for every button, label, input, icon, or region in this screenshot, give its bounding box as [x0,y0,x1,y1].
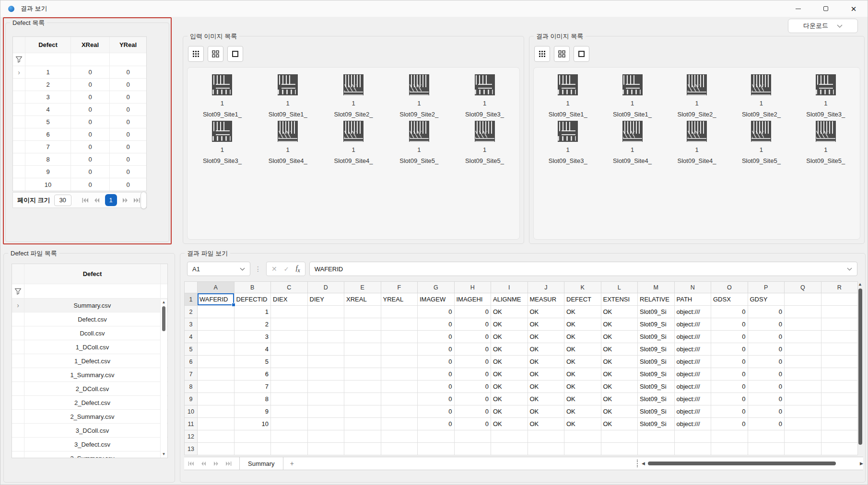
spreadsheet-cell[interactable]: object:/// [675,418,712,430]
spreadsheet-cell[interactable]: 0 [711,418,748,430]
spreadsheet-cell[interactable] [344,368,381,381]
spreadsheet-cell[interactable] [308,393,345,405]
spreadsheet-cell[interactable]: OK [601,393,638,405]
spreadsheet-cell[interactable]: OK [528,405,565,418]
spreadsheet-cell[interactable]: 0 [418,318,455,331]
spreadsheet-cell[interactable] [308,306,345,318]
wafer-thumbnail[interactable] [558,121,578,142]
sheet-horizontal-scrollbar[interactable]: ◀ ▶ [642,461,863,466]
view-small-grid-button[interactable] [188,46,204,62]
spreadsheet-cell[interactable] [748,443,785,455]
spreadsheet-cell[interactable] [821,356,858,368]
spreadsheet-cell[interactable]: 0 [455,318,492,331]
scrollbar-thumb[interactable] [858,289,862,445]
spreadsheet-cell[interactable]: object:/// [675,343,712,356]
column-header[interactable]: E [344,281,381,293]
column-header[interactable]: R [821,281,858,293]
spreadsheet-cell[interactable]: 0 [711,318,748,331]
spreadsheet-cell[interactable] [271,306,308,318]
spreadsheet-cell[interactable]: OK [564,343,601,356]
row-header[interactable]: 6 [184,356,198,368]
spreadsheet-cell[interactable]: DIEX [271,293,308,306]
file-row[interactable]: 1_Defect.csv [12,354,167,368]
spreadsheet-cell[interactable]: 6 [235,368,271,381]
column-header[interactable]: D [308,281,345,293]
spreadsheet-cell[interactable] [785,343,821,356]
wafer-thumbnail[interactable] [751,121,771,142]
spreadsheet-cell[interactable]: 0 [711,306,748,318]
file-row[interactable]: 2_Summary.csv [12,410,167,424]
spreadsheet-cell[interactable]: OK [601,356,638,368]
spreadsheet-cell[interactable]: OK [528,306,565,318]
spreadsheet-cell[interactable]: YREAL [381,293,418,306]
spreadsheet-cell[interactable] [821,443,858,455]
spreadsheet-cell[interactable] [344,356,381,368]
column-header-defect[interactable]: Defect [24,264,161,284]
spreadsheet-cell[interactable] [711,443,748,455]
spreadsheet-cell[interactable] [308,430,345,443]
column-header[interactable]: B [235,281,271,293]
spreadsheet-cell[interactable]: OK [528,331,565,343]
spreadsheet-cell[interactable] [821,343,858,356]
spreadsheet-cell[interactable]: object:/// [675,368,712,381]
spreadsheet-cell[interactable]: 0 [455,368,492,381]
spreadsheet-cell[interactable] [381,381,418,393]
spreadsheet-cell[interactable]: OK [528,318,565,331]
file-row[interactable]: Defect.csv [12,312,167,326]
spreadsheet-cell[interactable] [638,430,675,443]
spreadsheet-cell[interactable] [235,443,271,455]
image-item[interactable]: 1 Slot09_Site3_ [452,73,517,118]
spreadsheet-cell[interactable] [271,318,308,331]
column-header[interactable]: N [675,281,712,293]
first-page-button[interactable] [82,198,89,203]
spreadsheet-cell[interactable]: OK [601,318,638,331]
spreadsheet-cell[interactable]: OK [528,393,565,405]
spreadsheet-cell[interactable] [344,393,381,405]
spreadsheet-cell[interactable] [308,381,345,393]
spreadsheet-cell[interactable] [785,356,821,368]
view-medium-grid-button[interactable] [554,46,570,62]
spreadsheet-cell[interactable]: Slot09_Si [638,306,675,318]
spreadsheet-cell[interactable] [785,293,821,306]
table-row[interactable]: 6 0 0 [13,128,146,141]
spreadsheet-cell[interactable]: Slot09_Si [638,343,675,356]
spreadsheet-cell[interactable] [675,443,712,455]
table-row[interactable]: 3 0 0 [13,91,146,104]
spreadsheet-cell[interactable] [381,356,418,368]
spreadsheet-cell[interactable] [564,443,601,455]
minimize-button[interactable] [784,0,812,17]
spreadsheet-cell[interactable]: OK [528,356,565,368]
spreadsheet-cell[interactable]: 4 [235,343,271,356]
table-row[interactable]: › 1 0 0 [13,66,146,79]
spreadsheet-cell[interactable] [198,443,235,455]
insert-function-icon[interactable]: fx [296,265,300,274]
table-row[interactable]: 4 0 0 [13,104,146,116]
spreadsheet-cell[interactable]: object:/// [675,381,712,393]
spreadsheet-cell[interactable] [198,381,235,393]
spreadsheet-cell[interactable] [344,430,381,443]
row-header[interactable]: 12 [184,430,198,443]
spreadsheet-cell[interactable] [308,418,345,430]
spreadsheet-cell[interactable]: OK [528,368,565,381]
view-large-button[interactable] [574,46,589,62]
spreadsheet-cell[interactable] [344,381,381,393]
spreadsheet-cell[interactable]: 0 [455,306,492,318]
spreadsheet-cell[interactable]: OK [491,356,528,368]
spreadsheet-cell[interactable]: 0 [748,318,785,331]
spreadsheet-cell[interactable] [381,393,418,405]
spreadsheet-cell[interactable] [785,393,821,405]
row-header[interactable]: 7 [184,368,198,381]
spreadsheet-cell[interactable] [491,430,528,443]
spreadsheet-cell[interactable] [528,430,565,443]
spreadsheet-cell[interactable] [344,331,381,343]
column-header[interactable]: K [564,281,601,293]
wafer-thumbnail[interactable] [212,121,232,142]
spreadsheet-cell[interactable]: 9 [235,405,271,418]
file-row[interactable]: 3_DColl.csv [12,424,167,438]
spreadsheet-cell[interactable] [785,381,821,393]
spreadsheet-cell[interactable]: object:/// [675,356,712,368]
spreadsheet-cell[interactable] [344,405,381,418]
spreadsheet-cell[interactable]: OK [528,381,565,393]
row-header[interactable]: 9 [184,393,198,405]
filter-input-defect[interactable] [25,53,71,66]
